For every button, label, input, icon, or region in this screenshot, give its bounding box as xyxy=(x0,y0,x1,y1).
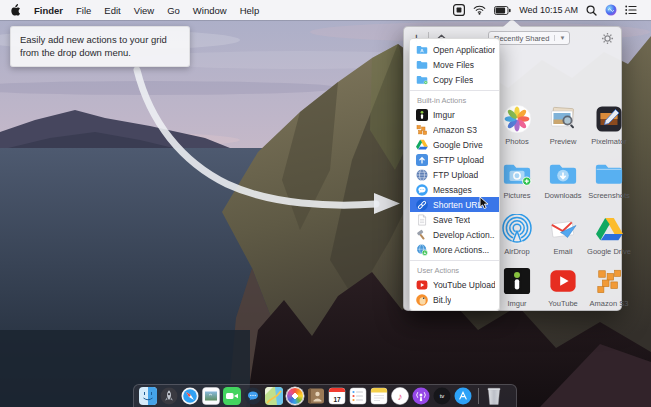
copy-files-icon xyxy=(416,74,428,86)
imgur-icon xyxy=(416,109,428,121)
menu-item-more-actions[interactable]: More Actions... xyxy=(410,242,499,257)
menu-item-imgur[interactable]: Imgur xyxy=(410,107,499,122)
grid-tile-youtube[interactable]: YouTube xyxy=(540,266,586,324)
grid-tile-screenshots[interactable]: Screenshots xyxy=(586,158,632,214)
menu-item-ftp-upload[interactable]: FTP Upload xyxy=(410,167,499,182)
add-action-menu: Open Application Move Files Copy Files B… xyxy=(409,38,500,311)
youtube-uploader-icon xyxy=(416,279,428,291)
dock: 17 ♪ tv xyxy=(133,384,517,407)
apple-menu-icon[interactable] xyxy=(10,3,21,18)
amazon-s3-icon xyxy=(416,124,428,136)
notification-center-icon[interactable] xyxy=(625,5,637,15)
ftp-upload-icon xyxy=(416,169,428,181)
grid-tile-amazon-s3[interactable]: Amazon S3 xyxy=(586,266,632,324)
grid-tile-preview[interactable]: Preview xyxy=(540,104,586,158)
menu-item-amazon-s3[interactable]: Amazon S3 xyxy=(410,122,499,137)
grid-tile-downloads[interactable]: Downloads xyxy=(540,158,586,214)
recently-shared-dropdown[interactable]: Recently Shared ▼ xyxy=(488,31,570,45)
contacts-icon[interactable] xyxy=(307,387,325,405)
reminders-icon[interactable] xyxy=(349,387,367,405)
google-drive-icon xyxy=(594,214,624,244)
finder-icon[interactable] xyxy=(139,387,157,405)
preview-icon[interactable] xyxy=(202,387,220,405)
menu-item-develop-action[interactable]: Develop Action... xyxy=(410,227,499,242)
menu-item-sftp-upload[interactable]: SFTP Upload xyxy=(410,152,499,167)
airdrop-icon xyxy=(502,214,532,244)
grid-tile-pictures[interactable]: Pictures xyxy=(494,158,540,214)
tooltip-text: Easily add new actions to your grid from… xyxy=(20,34,167,58)
grid-tile-google-drive[interactable]: Google Drive xyxy=(586,214,632,266)
dropshare-menubar-icon[interactable] xyxy=(453,4,465,16)
screenshots-folder-icon xyxy=(594,158,624,188)
menubar-item-file[interactable]: File xyxy=(76,5,91,16)
battery-icon[interactable] xyxy=(494,6,511,15)
builtin-actions-header: Built-in Actions xyxy=(410,94,499,107)
grid-tile-email[interactable]: Email xyxy=(540,214,586,266)
open-application-icon xyxy=(416,44,428,56)
bitly-icon xyxy=(416,294,428,306)
sftp-upload-icon xyxy=(416,154,428,166)
youtube-icon xyxy=(548,266,578,296)
grid-tile-imgur[interactable]: Imgur xyxy=(494,266,540,324)
menubar-clock[interactable]: Wed 10:15 AM xyxy=(519,5,578,15)
grid-tile-airdrop[interactable]: AirDrop xyxy=(494,214,540,266)
spotlight-search-icon[interactable] xyxy=(586,5,597,16)
menubar-item-edit[interactable]: Edit xyxy=(104,5,120,16)
podcasts-icon[interactable] xyxy=(412,387,430,405)
downloads-folder-icon xyxy=(548,158,578,188)
menu-item-open-application[interactable]: Open Application xyxy=(410,42,499,57)
gear-icon xyxy=(601,32,614,45)
pixelmator-app-icon xyxy=(594,104,624,134)
wifi-icon[interactable] xyxy=(473,5,486,15)
facetime-icon[interactable] xyxy=(223,387,241,405)
photos-app-icon xyxy=(502,104,532,134)
menu-item-save-text[interactable]: Save Text xyxy=(410,212,499,227)
menubar-item-go[interactable]: Go xyxy=(167,5,180,16)
menubar-item-help[interactable]: Help xyxy=(240,5,260,16)
apple-tv-icon[interactable]: tv xyxy=(433,387,451,405)
email-icon xyxy=(548,214,578,244)
menu-separator xyxy=(410,260,499,261)
safari-icon[interactable] xyxy=(181,387,199,405)
tooltip-callout: Easily add new actions to your grid from… xyxy=(10,26,190,67)
calendar-icon[interactable]: 17 xyxy=(328,387,346,405)
destination-grid: Photos Preview Pixelmator Pictures Downl… xyxy=(494,104,632,324)
menubar-item-window[interactable]: Window xyxy=(193,5,227,16)
menu-item-youtube-uploader[interactable]: YouTube Uploader xyxy=(410,277,499,292)
app-store-icon[interactable] xyxy=(454,387,472,405)
menubar: Finder File Edit View Go Window Help Wed… xyxy=(0,0,651,20)
move-files-icon xyxy=(416,59,428,71)
launchpad-icon[interactable] xyxy=(160,387,178,405)
menu-item-messages[interactable]: Messages xyxy=(410,182,499,197)
menubar-item-finder[interactable]: Finder xyxy=(34,5,63,16)
settings-button[interactable] xyxy=(601,31,614,49)
save-text-icon xyxy=(416,214,428,226)
photos-icon[interactable] xyxy=(286,387,304,405)
trash-icon[interactable] xyxy=(485,387,503,405)
preview-app-icon xyxy=(548,104,578,134)
menubar-item-view[interactable]: View xyxy=(134,5,154,16)
grid-tile-photos[interactable]: Photos xyxy=(494,104,540,158)
caret-down-icon: ▼ xyxy=(554,35,569,41)
maps-icon[interactable] xyxy=(265,387,283,405)
messages-icon xyxy=(416,184,428,196)
desktop-screen: Easily add new actions to your grid from… xyxy=(0,0,651,407)
imgur-icon xyxy=(502,266,532,296)
siri-icon[interactable] xyxy=(605,4,617,16)
pictures-folder-icon xyxy=(502,158,532,188)
menu-item-google-drive[interactable]: Google Drive xyxy=(410,137,499,152)
menu-item-move-files[interactable]: Move Files xyxy=(410,57,499,72)
shorten-url-icon xyxy=(416,199,428,211)
more-actions-icon xyxy=(416,244,428,256)
messages-icon[interactable] xyxy=(244,387,262,405)
menu-item-copy-files[interactable]: Copy Files xyxy=(410,72,499,87)
dock-divider xyxy=(478,388,479,404)
amazon-s3-icon xyxy=(594,266,624,296)
grid-tile-pixelmator[interactable]: Pixelmator xyxy=(586,104,632,158)
menubar-status-items: Wed 10:15 AM xyxy=(453,4,651,16)
mouse-cursor xyxy=(479,196,491,214)
menu-item-bitly[interactable]: Bit.ly xyxy=(410,292,499,307)
notes-icon[interactable] xyxy=(370,387,388,405)
menubar-menus: Finder File Edit View Go Window Help xyxy=(0,3,259,18)
music-icon[interactable]: ♪ xyxy=(391,387,409,405)
